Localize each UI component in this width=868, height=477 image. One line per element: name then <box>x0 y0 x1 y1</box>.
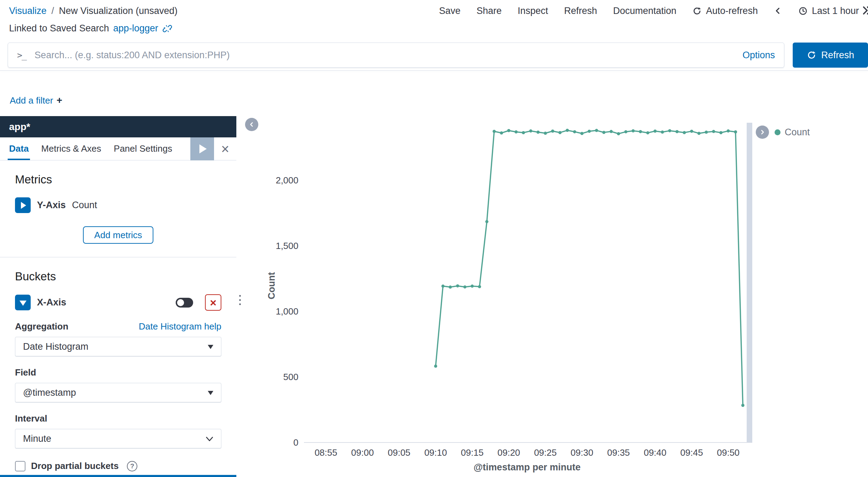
apply-changes-button[interactable] <box>190 137 214 160</box>
svg-text:08:55: 08:55 <box>314 447 337 458</box>
collapse-legend-button[interactable] <box>756 126 769 139</box>
search-input[interactable] <box>35 50 735 61</box>
aggregation-label-row: Aggregation Date Histogram help <box>15 321 221 332</box>
add-filter-link[interactable]: Add a filter + <box>10 95 62 106</box>
chevron-right-icon <box>21 202 26 209</box>
chevron-down-icon <box>20 301 26 306</box>
collapse-sidebar-button[interactable] <box>245 118 258 131</box>
field-select-value: @timestamp <box>23 387 76 398</box>
y-axis-value: Count <box>72 200 97 211</box>
saved-search-link[interactable]: app-logger <box>113 23 158 34</box>
svg-text:1,000: 1,000 <box>276 306 298 317</box>
clock-icon <box>798 6 808 16</box>
interval-select[interactable]: Minute <box>15 429 221 449</box>
aggregation-label: Aggregation <box>15 321 68 332</box>
y-axis-row: Y-Axis Count <box>15 197 221 213</box>
time-range-label: Last 1 hour <box>812 6 859 16</box>
interval-label-row: Interval <box>15 413 221 424</box>
buckets-heading: Buckets <box>15 270 221 283</box>
bottom-accent-bar <box>0 475 236 477</box>
tab-panel-settings[interactable]: Panel Settings <box>107 137 178 160</box>
x-axis-row: X-Axis × <box>15 294 221 311</box>
y-axis-expand-button[interactable] <box>15 197 31 213</box>
query-prompt-icon: >_ <box>17 50 26 60</box>
filter-bar: Add a filter + <box>10 95 62 106</box>
breadcrumb: Visualize / New Visualization (unsaved) <box>9 6 177 16</box>
linked-saved-search-row: Linked to Saved Search app-logger <box>9 23 172 34</box>
svg-text:@timestamp per minute: @timestamp per minute <box>474 462 581 472</box>
editor-tabs: Data Metrics & Axes Panel Settings × <box>0 137 236 160</box>
panel-resizer[interactable] <box>237 293 243 307</box>
top-bar: Visualize / New Visualization (unsaved) … <box>0 0 868 22</box>
breadcrumb-visualize[interactable]: Visualize <box>9 6 47 16</box>
visualization-chart[interactable]: 05001,0001,5002,00008:5509:0009:0509:100… <box>244 115 760 477</box>
add-metrics-button[interactable]: Add metrics <box>83 226 153 244</box>
caret-down-icon <box>208 391 213 395</box>
refresh-icon <box>807 50 816 60</box>
svg-text:09:05: 09:05 <box>388 447 410 458</box>
menu-documentation[interactable]: Documentation <box>613 6 677 16</box>
menu-inspect[interactable]: Inspect <box>518 6 548 16</box>
vis-editor-sidebar: app* Data Metrics & Axes Panel Settings … <box>0 116 236 477</box>
metrics-section: Metrics Y-Axis Count Add metrics <box>0 160 236 257</box>
buckets-section: Buckets X-Axis × Aggregation Date Histog… <box>0 257 236 477</box>
query-options-link[interactable]: Options <box>743 50 775 61</box>
svg-text:1,500: 1,500 <box>276 241 298 251</box>
y-axis-label: Y-Axis <box>37 200 66 211</box>
svg-text:500: 500 <box>283 372 298 382</box>
remove-x-axis-button[interactable]: × <box>205 294 221 311</box>
discard-changes-button[interactable]: × <box>214 137 236 160</box>
menu-refresh[interactable]: Refresh <box>564 6 597 16</box>
svg-text:2,000: 2,000 <box>276 175 298 186</box>
svg-text:0: 0 <box>294 437 298 448</box>
tab-metrics-axes[interactable]: Metrics & Axes <box>35 137 107 160</box>
tab-data[interactable]: Data <box>3 137 35 160</box>
x-axis-enable-toggle[interactable] <box>176 298 193 308</box>
legend-series-label: Count <box>785 127 810 138</box>
metrics-heading: Metrics <box>15 173 221 186</box>
legend-item-count[interactable]: Count <box>775 127 810 138</box>
field-select[interactable]: @timestamp <box>15 383 221 403</box>
field-label: Field <box>15 367 36 378</box>
interval-label: Interval <box>15 413 47 424</box>
x-axis-collapse-button[interactable] <box>15 295 31 310</box>
svg-text:09:15: 09:15 <box>461 447 484 458</box>
menu-save[interactable]: Save <box>439 6 461 16</box>
caret-down-icon <box>208 345 213 349</box>
legend-series-dot <box>775 129 781 135</box>
drop-partial-checkbox[interactable] <box>15 461 25 471</box>
time-next-button[interactable] <box>862 6 868 15</box>
aggregation-select-value: Date Histogram <box>23 341 89 352</box>
breadcrumb-separator: / <box>52 6 54 16</box>
breadcrumb-current: New Visualization (unsaved) <box>59 6 177 16</box>
unlink-icon[interactable] <box>162 24 172 33</box>
refresh-button[interactable]: Refresh <box>793 43 868 68</box>
kibana-visualize-app: Visualize / New Visualization (unsaved) … <box>0 0 868 477</box>
add-filter-label: Add a filter <box>10 95 53 106</box>
date-histogram-help-link[interactable]: Date Histogram help <box>139 321 221 332</box>
time-picker[interactable]: Last 1 hour <box>798 6 859 16</box>
chevron-down-icon <box>206 436 213 442</box>
auto-refresh-icon <box>692 6 702 16</box>
search-bar: >_ Options <box>8 43 784 68</box>
help-icon[interactable]: ? <box>127 461 137 471</box>
chart-area: 05001,0001,5002,00008:5509:0009:0509:100… <box>244 115 760 477</box>
chart-legend: Count <box>756 126 810 139</box>
svg-text:Count: Count <box>266 272 277 300</box>
interval-select-value: Minute <box>23 433 51 444</box>
svg-text:09:40: 09:40 <box>644 447 667 458</box>
field-label-row: Field <box>15 367 221 378</box>
aggregation-select[interactable]: Date Histogram <box>15 337 221 357</box>
svg-text:09:10: 09:10 <box>424 447 447 458</box>
auto-refresh-button[interactable]: Auto-refresh <box>692 6 758 16</box>
x-axis-label: X-Axis <box>37 297 66 308</box>
drop-partial-row: Drop partial buckets ? <box>15 461 221 471</box>
refresh-button-label: Refresh <box>821 50 854 61</box>
menu-share[interactable]: Share <box>477 6 502 16</box>
toggle-knob <box>177 299 184 306</box>
time-prev-button[interactable] <box>774 7 782 15</box>
play-icon <box>199 144 207 153</box>
svg-text:09:45: 09:45 <box>680 447 703 458</box>
top-menu: Save Share Inspect Refresh Documentation… <box>439 6 868 16</box>
svg-text:09:50: 09:50 <box>717 447 740 458</box>
